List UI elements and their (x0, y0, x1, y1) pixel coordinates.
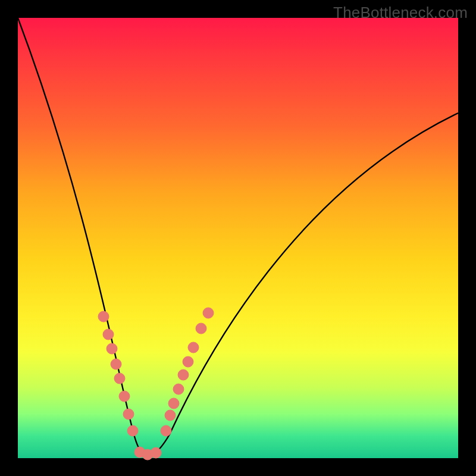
dots-right-group (161, 308, 214, 436)
dots-left-group (98, 311, 138, 436)
plot-area (18, 18, 458, 458)
dots-bottom-group (134, 447, 161, 460)
data-dot (119, 391, 130, 402)
data-dot (178, 369, 189, 380)
data-dot (173, 384, 184, 394)
data-dot (111, 359, 121, 369)
data-dot (161, 425, 171, 436)
data-dot (107, 343, 117, 354)
data-dot (98, 311, 109, 322)
data-dot (151, 447, 161, 458)
data-dot (203, 308, 214, 318)
bottleneck-curve (18, 18, 458, 456)
data-dot (127, 425, 138, 436)
data-dot (196, 323, 206, 334)
data-dot (165, 410, 176, 421)
curve-svg (18, 18, 458, 458)
data-dot (114, 373, 125, 384)
data-dot (188, 342, 199, 353)
data-dot (103, 329, 114, 340)
data-dot (168, 398, 179, 409)
data-dot (123, 409, 134, 419)
chart-frame: TheBottleneck.com (0, 0, 476, 476)
data-dot (183, 356, 193, 367)
